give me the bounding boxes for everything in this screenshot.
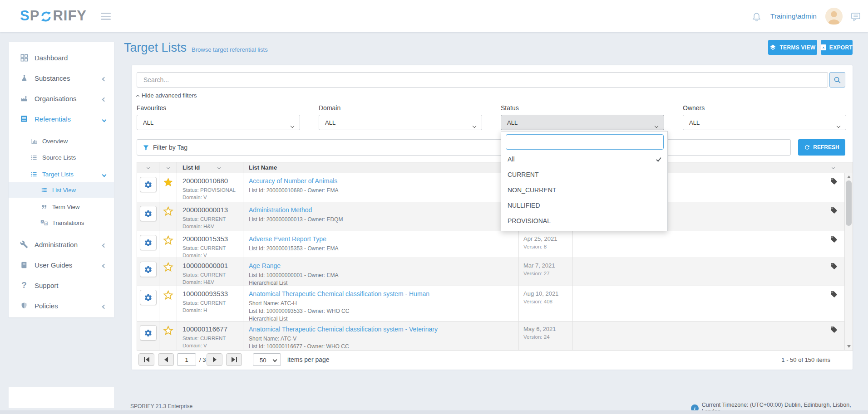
list-name-link[interactable]: Age Range — [249, 262, 281, 269]
list-icon — [30, 154, 39, 161]
favourite-star-icon[interactable] — [163, 235, 173, 247]
last-page-button[interactable] — [226, 353, 242, 366]
favourite-star-icon[interactable] — [163, 290, 173, 302]
table-scrollbar[interactable] — [844, 173, 853, 350]
list-name-link[interactable]: Adverse Event Report Type — [249, 235, 326, 243]
sidebar-item-administration[interactable]: Administration — [9, 234, 114, 254]
chat-bubble-icon[interactable] — [851, 12, 861, 23]
tag-icon[interactable] — [830, 236, 838, 245]
table-row: 100000116677 Status: CURRENT Domain: V A… — [137, 321, 853, 350]
list-name-link[interactable]: Accuracy of Number of Animals — [249, 177, 337, 185]
list-name-link[interactable]: Anatomical Therapeutic Chemical classifi… — [249, 326, 438, 333]
topbar: SPRIFY Training\admin — [0, 0, 868, 32]
row-settings-gear-button[interactable] — [140, 325, 157, 341]
tag-icon[interactable] — [830, 263, 838, 272]
favourite-star-icon[interactable] — [163, 206, 173, 218]
hide-advanced-filters-link[interactable]: Hide advanced filters — [137, 92, 197, 99]
sidebar-item-referentials[interactable]: Referentials — [9, 109, 114, 129]
status-option-nullified[interactable]: NULLIFIED — [501, 198, 667, 213]
version: Version: 8 — [523, 244, 572, 249]
first-page-button[interactable] — [138, 353, 154, 366]
list-name-link[interactable]: Administration Method — [249, 206, 312, 214]
terms-view-button[interactable]: TERMS VIEW — [768, 40, 817, 55]
sidebar-item-term-view[interactable]: Term View — [9, 199, 114, 214]
favourites-select[interactable]: ALL — [137, 115, 300, 130]
sidebar-label: User Guides — [35, 261, 72, 269]
scroll-down-icon[interactable] — [847, 345, 851, 348]
status-dropdown: All CURRENT NON_CURRENT NULLIFIED PROVIS… — [501, 131, 668, 231]
sidebar-item-organisations[interactable]: Organisations — [9, 88, 114, 108]
scroll-up-icon[interactable] — [847, 175, 851, 178]
search-button[interactable] — [829, 72, 845, 88]
previous-page-button[interactable] — [158, 353, 174, 366]
status-option-current[interactable]: CURRENT — [501, 167, 667, 182]
notifications-bell-icon[interactable] — [751, 12, 762, 24]
column-header-list-id[interactable]: List Id — [177, 162, 243, 173]
list-id: 100000116677 — [182, 325, 239, 333]
avatar[interactable] — [825, 8, 843, 25]
status-dropdown-search-input[interactable] — [506, 134, 664, 150]
row-settings-gear-button[interactable] — [140, 206, 157, 221]
favourite-star-icon[interactable] — [163, 262, 173, 274]
sidebar-label: Organisations — [35, 95, 77, 102]
status-select[interactable]: ALL — [501, 115, 664, 130]
status-option-non-current[interactable]: NON_CURRENT — [501, 182, 667, 198]
column-menu-toggle[interactable] — [159, 162, 177, 173]
layers-icon — [769, 44, 776, 51]
domain-select[interactable]: ALL — [319, 115, 482, 130]
owners-select[interactable]: ALL — [683, 115, 846, 130]
sidebar-item-translations[interactable]: Aa Translations — [9, 215, 114, 230]
page-size-select[interactable]: 50 — [253, 353, 281, 366]
page-header: Target Lists Browse target referential l… — [124, 41, 268, 55]
user-menu[interactable]: Training\admin — [770, 0, 817, 32]
target-lists-table: List Id List Name 200000010680 Status: P… — [137, 162, 853, 351]
export-button[interactable]: x EXPORT — [821, 40, 853, 55]
sidebar-item-target-lists[interactable]: Target Lists — [9, 166, 114, 182]
list-name-link[interactable]: Anatomical Therapeutic Chemical classifi… — [249, 290, 429, 297]
sidebar-item-user-guides[interactable]: User Guides — [9, 255, 114, 275]
refresh-button[interactable]: REFRESH — [798, 139, 845, 156]
sidebar-item-substances[interactable]: Substances — [9, 68, 114, 88]
tag-icon[interactable] — [830, 178, 838, 187]
row-settings-gear-button[interactable] — [140, 235, 157, 250]
sidebar-item-overview[interactable]: Overview — [9, 133, 114, 149]
tag-icon[interactable] — [830, 291, 838, 300]
status-option-all[interactable]: All — [501, 151, 667, 167]
tag-filter-input[interactable]: Filter by Tag — [137, 139, 791, 156]
chevron-left-icon — [103, 302, 106, 310]
gear-icon — [144, 329, 153, 337]
sidebar-item-support[interactable]: ? Support — [9, 275, 114, 295]
sidebar-label: Term View — [52, 204, 79, 210]
row-settings-gear-button[interactable] — [140, 290, 157, 305]
sidebar-item-policies[interactable]: Policies — [9, 296, 114, 316]
tag-icon[interactable] — [830, 326, 838, 335]
caret-up-icon — [136, 94, 139, 97]
scrollbar-thumb[interactable] — [846, 180, 852, 226]
sidebar-item-list-view[interactable]: List View — [9, 182, 114, 198]
sidebar-label: Referentials — [35, 115, 71, 123]
menu-toggle-icon[interactable] — [101, 13, 111, 20]
chevron-left-icon — [103, 241, 106, 248]
search-input[interactable] — [137, 72, 828, 88]
tag-icon[interactable] — [830, 207, 838, 216]
favourites-label: Favourites — [137, 104, 166, 112]
refresh-icon — [804, 144, 810, 151]
column-menu-toggle[interactable] — [137, 162, 159, 173]
sidebar-item-dashboard[interactable]: Dashboard — [9, 48, 114, 68]
column-header-list-name[interactable]: List Name — [243, 162, 519, 173]
sidebar-label: Source Lists — [42, 154, 76, 161]
updated-date: Mar 7, 2021 — [523, 262, 572, 269]
row-settings-gear-button[interactable] — [140, 262, 157, 277]
page-number-input[interactable] — [177, 353, 196, 366]
check-icon — [656, 156, 661, 161]
chevron-down-icon — [655, 121, 658, 129]
bottom-strip — [0, 410, 868, 414]
sidebar-item-source-lists[interactable]: Source Lists — [9, 150, 114, 165]
status-option-provisional[interactable]: PROVISIONAL — [501, 213, 667, 229]
favourite-star-icon[interactable] — [163, 326, 173, 337]
next-page-button[interactable] — [207, 353, 222, 366]
shield-icon — [19, 302, 30, 310]
favourite-star-icon[interactable] — [163, 177, 173, 189]
row-settings-gear-button[interactable] — [140, 177, 157, 192]
app-logo[interactable]: SPRIFY — [20, 7, 87, 25]
